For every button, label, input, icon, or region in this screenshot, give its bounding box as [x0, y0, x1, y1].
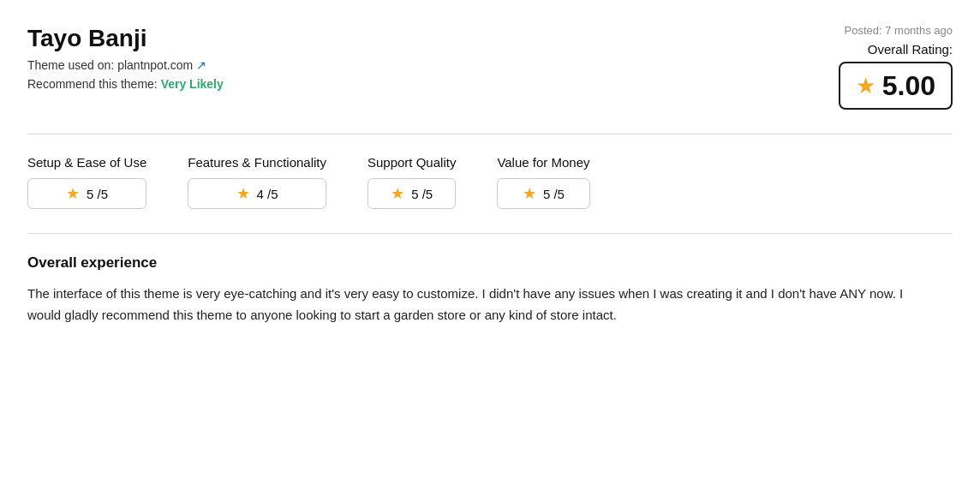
experience-text: The interface of this theme is very eye-…: [27, 284, 935, 326]
recommend-label: Recommend this theme:: [27, 77, 158, 91]
divider-bottom: [27, 233, 953, 234]
header-left: Tayo Banji Theme used on: plantnpot.com …: [27, 24, 224, 91]
theme-used-line: Theme used on: plantnpot.com ↗: [27, 58, 224, 72]
overall-rating-label: Overall Rating:: [868, 42, 953, 57]
category-features: Features & Functionality ★ 4 /5: [188, 155, 326, 209]
ratings-section: Setup & Ease of Use ★ 5 /5 Features & Fu…: [27, 155, 953, 209]
category-setup-badge: ★ 5 /5: [27, 178, 146, 209]
theme-domain: plantnpot.com: [117, 58, 193, 72]
category-value-rating: 5 /5: [543, 187, 565, 201]
features-star-icon: ★: [236, 186, 250, 201]
posted-time: Posted: 7 months ago: [845, 24, 953, 37]
theme-used-label: Theme used on:: [27, 58, 114, 72]
category-support: Support Quality ★ 5 /5: [368, 155, 456, 209]
experience-section: Overall experience The interface of this…: [27, 254, 953, 326]
category-support-rating: 5 /5: [411, 187, 433, 201]
category-value-label: Value for Money: [497, 155, 589, 170]
value-star-icon: ★: [523, 186, 536, 201]
overall-rating-box: ★ 5.00: [839, 62, 953, 110]
reviewer-name: Tayo Banji: [27, 24, 224, 53]
recommend-value: Very Likely: [161, 77, 224, 91]
support-star-icon: ★: [391, 186, 404, 201]
category-setup-label: Setup & Ease of Use: [27, 155, 146, 170]
overall-star-icon: ★: [856, 75, 875, 97]
recommend-line: Recommend this theme: Very Likely: [27, 77, 224, 91]
overall-rating-number: 5.00: [882, 72, 935, 99]
experience-title: Overall experience: [27, 254, 953, 272]
header-section: Tayo Banji Theme used on: plantnpot.com …: [27, 24, 953, 110]
category-features-rating: 4 /5: [257, 187, 278, 201]
review-card: Tayo Banji Theme used on: plantnpot.com …: [0, 0, 980, 484]
category-features-badge: ★ 4 /5: [188, 178, 326, 209]
category-setup: Setup & Ease of Use ★ 5 /5: [27, 155, 146, 209]
category-support-label: Support Quality: [368, 155, 456, 170]
category-setup-rating: 5 /5: [87, 187, 108, 201]
divider-top: [27, 134, 953, 134]
setup-star-icon: ★: [66, 186, 80, 201]
category-features-label: Features & Functionality: [188, 155, 326, 170]
category-value-badge: ★ 5 /5: [497, 178, 589, 209]
category-value: Value for Money ★ 5 /5: [497, 155, 589, 209]
header-right: Posted: 7 months ago Overall Rating: ★ 5…: [839, 24, 953, 110]
category-support-badge: ★ 5 /5: [368, 178, 456, 209]
external-link-icon[interactable]: ↗: [196, 58, 206, 72]
